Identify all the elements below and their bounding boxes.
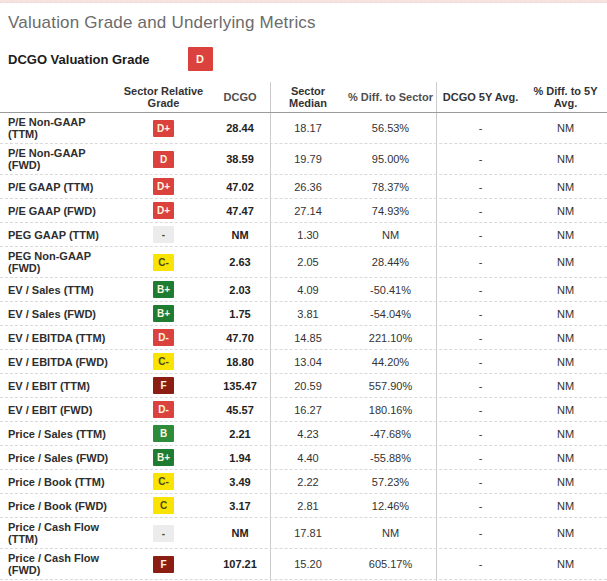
diff-to-sector-value: 28.44%: [345, 247, 437, 277]
top-accent-band: [0, 0, 607, 3]
table-row: EV / Sales (TTM) B+ 2.03 4.09 -50.41% - …: [0, 278, 607, 302]
dcgo-value: 3.17: [210, 494, 271, 517]
sector-median-value: 19.79: [271, 144, 345, 174]
diff-to-5y-avg-value: NM: [524, 470, 607, 493]
grade-cell: -: [117, 518, 210, 548]
grade-cell: F: [117, 549, 210, 579]
diff-to-sector-value: 12.46%: [345, 494, 437, 517]
grade-badge: B+: [153, 305, 174, 322]
diff-to-5y-avg-value: NM: [524, 549, 607, 579]
dcgo-value: NM: [210, 518, 271, 548]
grade-badge: D+: [153, 120, 174, 137]
grade-badge: D-: [153, 401, 174, 418]
grade-badge: D+: [153, 178, 174, 195]
grade-cell: D: [117, 144, 210, 174]
dcgo-5y-avg-value: -: [437, 374, 524, 397]
table-row: PEG GAAP (TTM) - NM 1.30 NM - NM: [0, 223, 607, 247]
grade-cell: -: [117, 223, 210, 246]
header-sector-relative-grade: Sector Relative Grade: [117, 82, 210, 112]
grade-cell: F: [117, 374, 210, 397]
table-row: EV / EBIT (FWD) D- 45.57 16.27 180.16% -…: [0, 398, 607, 422]
diff-to-sector-value: -54.04%: [345, 302, 437, 325]
diff-to-5y-avg-value: NM: [524, 199, 607, 222]
sector-median-value: 1.30: [271, 223, 345, 246]
dcgo-value: 47.02: [210, 175, 271, 198]
grade-badge: F: [153, 556, 174, 573]
dcgo-5y-avg-value: -: [437, 549, 524, 579]
table-row: EV / EBIT (TTM) F 135.47 20.59 557.90% -…: [0, 374, 607, 398]
dcgo-value: 2.03: [210, 278, 271, 301]
dcgo-value: 18.80: [210, 350, 271, 373]
diff-to-5y-avg-value: NM: [524, 422, 607, 445]
diff-to-5y-avg-value: NM: [524, 302, 607, 325]
table-row: P/E Non-GAAP (FWD) D 38.59 19.79 95.00% …: [0, 144, 607, 175]
diff-to-5y-avg-value: NM: [524, 494, 607, 517]
diff-to-5y-avg-value: NM: [524, 326, 607, 349]
sector-median-value: 13.04: [271, 350, 345, 373]
table-row: Price / Cash Flow (TTM) - NM 17.81 NM - …: [0, 518, 607, 549]
diff-to-sector-value: 180.16%: [345, 398, 437, 421]
sector-median-value: 2.81: [271, 494, 345, 517]
metric-name: P/E Non-GAAP (FWD): [0, 144, 117, 174]
dcgo-value: 3.49: [210, 470, 271, 493]
dcgo-5y-avg-value: -: [437, 302, 524, 325]
dcgo-5y-avg-value: -: [437, 278, 524, 301]
metric-name: P/E GAAP (TTM): [0, 175, 117, 198]
dcgo-value: 2.63: [210, 247, 271, 277]
grade-cell: D+: [117, 199, 210, 222]
diff-to-5y-avg-value: NM: [524, 113, 607, 143]
metric-name: EV / EBITDA (TTM): [0, 326, 117, 349]
header-diff-to-5y-avg: % Diff. to 5Y Avg.: [524, 82, 607, 112]
table-row: P/E GAAP (FWD) D+ 47.47 27.14 74.93% - N…: [0, 199, 607, 223]
table-header-row: Sector Relative Grade DCGO Sector Median…: [0, 82, 607, 113]
sector-median-value: 18.17: [271, 113, 345, 143]
sector-median-value: 3.81: [271, 302, 345, 325]
diff-to-5y-avg-value: NM: [524, 350, 607, 373]
dcgo-5y-avg-value: -: [437, 518, 524, 548]
grade-badge: B: [153, 425, 174, 442]
dcgo-5y-avg-value: -: [437, 350, 524, 373]
dcgo-5y-avg-value: -: [437, 199, 524, 222]
metric-name: EV / EBITDA (FWD): [0, 350, 117, 373]
metric-name: Price / Cash Flow (FWD): [0, 549, 117, 579]
table-row: Price / Sales (FWD) B+ 1.94 4.40 -55.88%…: [0, 446, 607, 470]
table-row: Price / Sales (TTM) B 2.21 4.23 -47.68% …: [0, 422, 607, 446]
page-title: Valuation Grade and Underlying Metrics: [8, 13, 607, 33]
diff-to-sector-value: 44.20%: [345, 350, 437, 373]
dcgo-5y-avg-value: -: [437, 175, 524, 198]
diff-to-5y-avg-value: NM: [524, 175, 607, 198]
metrics-table: Sector Relative Grade DCGO Sector Median…: [0, 82, 607, 581]
dcgo-value: 38.59: [210, 144, 271, 174]
dcgo-value: 28.44: [210, 113, 271, 143]
metric-name: Price / Sales (TTM): [0, 422, 117, 445]
diff-to-sector-value: -50.41%: [345, 278, 437, 301]
grade-cell: B+: [117, 446, 210, 469]
diff-to-5y-avg-value: NM: [524, 144, 607, 174]
grade-cell: B+: [117, 302, 210, 325]
valuation-grade-badge: D: [188, 47, 213, 71]
diff-to-5y-avg-value: NM: [524, 247, 607, 277]
diff-to-sector-value: 56.53%: [345, 113, 437, 143]
dcgo-5y-avg-value: -: [437, 422, 524, 445]
diff-to-sector-value: 557.90%: [345, 374, 437, 397]
sector-median-value: 4.09: [271, 278, 345, 301]
grade-badge: -: [153, 525, 174, 542]
sector-median-value: 2.05: [271, 247, 345, 277]
table-row: EV / EBITDA (TTM) D- 47.70 14.85 221.10%…: [0, 326, 607, 350]
metric-name: P/E GAAP (FWD): [0, 199, 117, 222]
dcgo-5y-avg-value: -: [437, 470, 524, 493]
sector-median-value: 26.36: [271, 175, 345, 198]
metric-name: EV / EBIT (FWD): [0, 398, 117, 421]
table-row: P/E Non-GAAP (TTM) D+ 28.44 18.17 56.53%…: [0, 113, 607, 144]
metric-name: EV / Sales (FWD): [0, 302, 117, 325]
header-sector-median: Sector Median: [271, 82, 345, 112]
diff-to-sector-value: 95.00%: [345, 144, 437, 174]
diff-to-sector-value: -55.88%: [345, 446, 437, 469]
dcgo-value: 47.70: [210, 326, 271, 349]
valuation-grade-label: DCGO Valuation Grade: [8, 52, 150, 67]
dcgo-5y-avg-value: -: [437, 446, 524, 469]
metric-name: EV / EBIT (TTM): [0, 374, 117, 397]
sector-median-value: 14.85: [271, 326, 345, 349]
sector-median-value: 4.23: [271, 422, 345, 445]
dcgo-value: 107.21: [210, 549, 271, 579]
